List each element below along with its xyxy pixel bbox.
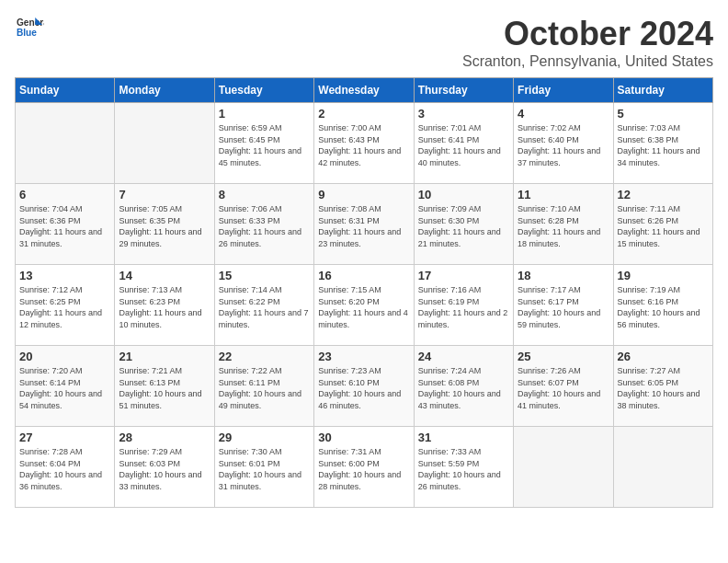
calendar-cell: 14 Sunrise: 7:13 AMSunset: 6:23 PMDaylig…	[115, 265, 214, 346]
day-number: 19	[618, 269, 709, 282]
day-info: Sunrise: 7:20 AMSunset: 6:14 PMDaylight:…	[19, 365, 110, 411]
day-number: 8	[219, 188, 310, 201]
day-info: Sunrise: 7:26 AMSunset: 6:07 PMDaylight:…	[518, 365, 609, 411]
calendar-cell: 29 Sunrise: 7:30 AMSunset: 6:01 PMDaylig…	[214, 427, 313, 508]
day-number: 31	[418, 431, 509, 444]
day-info: Sunrise: 7:05 AMSunset: 6:35 PMDaylight:…	[119, 203, 210, 249]
calendar-cell: 19 Sunrise: 7:19 AMSunset: 6:16 PMDaylig…	[613, 265, 712, 346]
day-info: Sunrise: 7:01 AMSunset: 6:41 PMDaylight:…	[418, 122, 509, 168]
day-info: Sunrise: 7:22 AMSunset: 6:11 PMDaylight:…	[219, 365, 310, 411]
svg-text:Blue: Blue	[17, 28, 37, 38]
month-title: October 2024	[462, 15, 713, 53]
calendar-cell: 21 Sunrise: 7:21 AMSunset: 6:13 PMDaylig…	[115, 346, 214, 427]
day-info: Sunrise: 6:59 AMSunset: 6:45 PMDaylight:…	[219, 122, 310, 168]
day-number: 20	[19, 350, 110, 363]
calendar-cell: 26 Sunrise: 7:27 AMSunset: 6:05 PMDaylig…	[613, 346, 712, 427]
week-row-1: 1 Sunrise: 6:59 AMSunset: 6:45 PMDayligh…	[16, 103, 713, 184]
day-number: 7	[119, 188, 210, 201]
day-number: 2	[318, 107, 409, 121]
calendar-cell: 30 Sunrise: 7:31 AMSunset: 6:00 PMDaylig…	[314, 427, 414, 508]
day-number: 23	[318, 350, 409, 363]
day-number: 22	[219, 350, 310, 363]
day-info: Sunrise: 7:27 AMSunset: 6:05 PMDaylight:…	[618, 365, 709, 411]
calendar-cell: 12 Sunrise: 7:11 AMSunset: 6:26 PMDaylig…	[613, 184, 712, 265]
calendar-cell: 4 Sunrise: 7:02 AMSunset: 6:40 PMDayligh…	[514, 103, 613, 184]
day-info: Sunrise: 7:04 AMSunset: 6:36 PMDaylight:…	[19, 203, 110, 249]
calendar-cell: 13 Sunrise: 7:12 AMSunset: 6:25 PMDaylig…	[16, 265, 115, 346]
calendar-cell: 1 Sunrise: 6:59 AMSunset: 6:45 PMDayligh…	[214, 103, 313, 184]
day-info: Sunrise: 7:00 AMSunset: 6:43 PMDaylight:…	[318, 122, 409, 168]
day-info: Sunrise: 7:30 AMSunset: 6:01 PMDaylight:…	[219, 446, 310, 492]
day-info: Sunrise: 7:15 AMSunset: 6:20 PMDaylight:…	[318, 284, 409, 330]
calendar-cell: 20 Sunrise: 7:20 AMSunset: 6:14 PMDaylig…	[16, 346, 115, 427]
day-info: Sunrise: 7:33 AMSunset: 5:59 PMDaylight:…	[418, 446, 509, 492]
day-number: 12	[618, 188, 709, 201]
calendar-cell: 8 Sunrise: 7:06 AMSunset: 6:33 PMDayligh…	[214, 184, 313, 265]
weekday-header-friday: Friday	[514, 78, 613, 103]
calendar-cell: 7 Sunrise: 7:05 AMSunset: 6:35 PMDayligh…	[115, 184, 214, 265]
day-number: 4	[518, 107, 609, 121]
calendar-cell: 16 Sunrise: 7:15 AMSunset: 6:20 PMDaylig…	[314, 265, 414, 346]
calendar-cell: 3 Sunrise: 7:01 AMSunset: 6:41 PMDayligh…	[414, 103, 513, 184]
day-info: Sunrise: 7:08 AMSunset: 6:31 PMDaylight:…	[318, 203, 409, 249]
location-title: Scranton, Pennsylvania, United States	[462, 53, 713, 70]
day-number: 29	[219, 431, 310, 444]
day-number: 11	[518, 188, 609, 201]
calendar-cell: 11 Sunrise: 7:10 AMSunset: 6:28 PMDaylig…	[514, 184, 613, 265]
day-info: Sunrise: 7:24 AMSunset: 6:08 PMDaylight:…	[418, 365, 509, 411]
day-number: 18	[518, 269, 609, 282]
calendar-cell: 15 Sunrise: 7:14 AMSunset: 6:22 PMDaylig…	[214, 265, 313, 346]
day-info: Sunrise: 7:11 AMSunset: 6:26 PMDaylight:…	[618, 203, 709, 249]
day-number: 25	[518, 350, 609, 363]
day-number: 17	[418, 269, 509, 282]
calendar-cell: 31 Sunrise: 7:33 AMSunset: 5:59 PMDaylig…	[414, 427, 513, 508]
weekday-header-wednesday: Wednesday	[314, 78, 414, 103]
day-number: 3	[418, 107, 509, 121]
calendar-cell: 18 Sunrise: 7:17 AMSunset: 6:17 PMDaylig…	[514, 265, 613, 346]
day-info: Sunrise: 7:12 AMSunset: 6:25 PMDaylight:…	[19, 284, 110, 330]
day-number: 5	[618, 107, 709, 121]
weekday-header-monday: Monday	[115, 78, 214, 103]
weekday-header-tuesday: Tuesday	[214, 78, 313, 103]
day-number: 13	[19, 269, 110, 282]
weekday-header-saturday: Saturday	[613, 78, 712, 103]
calendar-cell: 28 Sunrise: 7:29 AMSunset: 6:03 PMDaylig…	[115, 427, 214, 508]
day-info: Sunrise: 7:29 AMSunset: 6:03 PMDaylight:…	[119, 446, 210, 492]
day-number: 14	[119, 269, 210, 282]
page-header: General Blue October 2024 Scranton, Penn…	[15, 15, 713, 70]
day-number: 24	[418, 350, 509, 363]
day-info: Sunrise: 7:19 AMSunset: 6:16 PMDaylight:…	[618, 284, 709, 330]
day-number: 30	[318, 431, 409, 444]
calendar-cell: 24 Sunrise: 7:24 AMSunset: 6:08 PMDaylig…	[414, 346, 513, 427]
day-number: 28	[119, 431, 210, 444]
day-info: Sunrise: 7:02 AMSunset: 6:40 PMDaylight:…	[518, 122, 609, 168]
day-info: Sunrise: 7:16 AMSunset: 6:19 PMDaylight:…	[418, 284, 509, 330]
logo: General Blue	[15, 15, 48, 40]
calendar-cell: 2 Sunrise: 7:00 AMSunset: 6:43 PMDayligh…	[314, 103, 414, 184]
calendar-table: SundayMondayTuesdayWednesdayThursdayFrid…	[15, 77, 713, 508]
day-info: Sunrise: 7:17 AMSunset: 6:17 PMDaylight:…	[518, 284, 609, 330]
day-number: 15	[219, 269, 310, 282]
day-info: Sunrise: 7:21 AMSunset: 6:13 PMDaylight:…	[119, 365, 210, 411]
day-info: Sunrise: 7:10 AMSunset: 6:28 PMDaylight:…	[518, 203, 609, 249]
week-row-3: 13 Sunrise: 7:12 AMSunset: 6:25 PMDaylig…	[16, 265, 713, 346]
day-number: 10	[418, 188, 509, 201]
day-info: Sunrise: 7:28 AMSunset: 6:04 PMDaylight:…	[19, 446, 110, 492]
calendar-cell: 22 Sunrise: 7:22 AMSunset: 6:11 PMDaylig…	[214, 346, 313, 427]
day-info: Sunrise: 7:06 AMSunset: 6:33 PMDaylight:…	[219, 203, 310, 249]
calendar-cell	[115, 103, 214, 184]
week-row-2: 6 Sunrise: 7:04 AMSunset: 6:36 PMDayligh…	[16, 184, 713, 265]
day-info: Sunrise: 7:23 AMSunset: 6:10 PMDaylight:…	[318, 365, 409, 411]
day-number: 27	[19, 431, 110, 444]
calendar-cell: 6 Sunrise: 7:04 AMSunset: 6:36 PMDayligh…	[16, 184, 115, 265]
day-number: 9	[318, 188, 409, 201]
day-info: Sunrise: 7:09 AMSunset: 6:30 PMDaylight:…	[418, 203, 509, 249]
calendar-cell: 10 Sunrise: 7:09 AMSunset: 6:30 PMDaylig…	[414, 184, 513, 265]
calendar-cell: 23 Sunrise: 7:23 AMSunset: 6:10 PMDaylig…	[314, 346, 414, 427]
calendar-cell: 25 Sunrise: 7:26 AMSunset: 6:07 PMDaylig…	[514, 346, 613, 427]
weekday-header-row: SundayMondayTuesdayWednesdayThursdayFrid…	[16, 78, 713, 103]
calendar-cell	[514, 427, 613, 508]
weekday-header-thursday: Thursday	[414, 78, 513, 103]
day-info: Sunrise: 7:03 AMSunset: 6:38 PMDaylight:…	[618, 122, 709, 168]
calendar-cell: 9 Sunrise: 7:08 AMSunset: 6:31 PMDayligh…	[314, 184, 414, 265]
